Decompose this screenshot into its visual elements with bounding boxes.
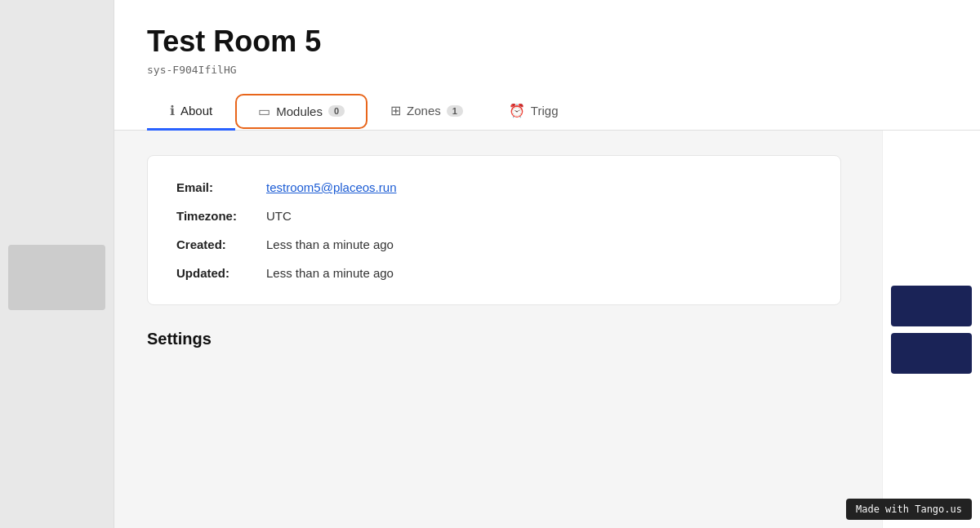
info-card: Email: testroom5@placeos.run Timezone: U… [147, 155, 841, 305]
zones-icon: ⊞ [390, 103, 401, 118]
zones-badge: 1 [447, 105, 463, 117]
created-value: Less than a minute ago [266, 237, 394, 251]
timezone-value: UTC [266, 209, 292, 223]
created-label: Created: [176, 237, 258, 251]
settings-heading: Settings [147, 330, 849, 348]
right-button-2[interactable] [891, 333, 972, 374]
about-section: Email: testroom5@placeos.run Timezone: U… [114, 131, 882, 528]
email-label: Email: [176, 180, 258, 194]
updated-label: Updated: [176, 266, 258, 280]
email-value[interactable]: testroom5@placeos.run [266, 180, 396, 194]
tabs-row: ℹ About ▭ Modules 0 ⊞ Zones 1 ⏰ [147, 92, 947, 130]
main-body: Email: testroom5@placeos.run Timezone: U… [114, 131, 980, 528]
sidebar-placeholder [8, 245, 105, 310]
tab-zones-label: Zones [407, 104, 441, 118]
tab-about[interactable]: ℹ About [147, 93, 235, 131]
tab-triggers[interactable]: ⏰ Trigg [486, 93, 581, 131]
page-title: Test Room 5 [147, 24, 947, 59]
tab-about-label: About [180, 104, 212, 118]
tab-zones[interactable]: ⊞ Zones 1 [368, 93, 486, 131]
module-icon: ▭ [258, 104, 270, 119]
right-button-1[interactable] [891, 286, 972, 326]
timezone-row: Timezone: UTC [176, 209, 812, 223]
triggers-icon: ⏰ [509, 103, 525, 118]
updated-value: Less than a minute ago [266, 266, 394, 280]
tab-triggers-label: Trigg [531, 104, 559, 118]
page-wrapper: Test Room 5 sys-F904IfilHG ℹ About ▭ Mod… [0, 0, 980, 528]
info-icon: ℹ [170, 103, 175, 118]
tango-badge: Made with Tango.us [846, 499, 972, 520]
tab-modules-label: Modules [276, 104, 323, 118]
page-header: Test Room 5 sys-F904IfilHG ℹ About ▭ Mod… [114, 0, 980, 131]
email-row: Email: testroom5@placeos.run [176, 180, 812, 194]
center-content: Test Room 5 sys-F904IfilHG ℹ About ▭ Mod… [114, 0, 980, 528]
modules-badge: 0 [328, 105, 345, 117]
sidebar [0, 0, 114, 528]
updated-row: Updated: Less than a minute ago [176, 266, 812, 280]
page-subtitle: sys-F904IfilHG [147, 64, 947, 76]
timezone-label: Timezone: [176, 209, 258, 223]
right-panel [882, 131, 980, 528]
tab-modules[interactable]: ▭ Modules 0 [235, 94, 368, 129]
created-row: Created: Less than a minute ago [176, 237, 812, 251]
